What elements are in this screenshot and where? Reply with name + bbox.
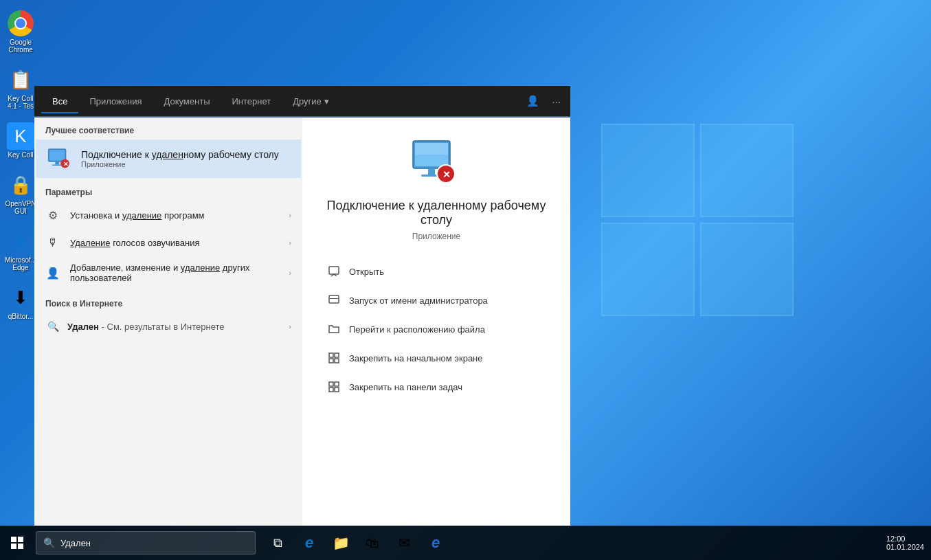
qb-label: qBittor... <box>8 313 34 320</box>
taskbar-apps: ⧉ e 📁 🛍 ✉ e <box>262 526 451 560</box>
best-match-item[interactable]: ✕ Подключение к удаленному рабочему стол… <box>36 139 301 178</box>
keycoll1-label: Key Coll4.1 - Tes <box>8 95 34 110</box>
taskbar: 🔍 ⧉ e 📁 🛍 ✉ e 12:0001.01.2024 <box>0 526 931 560</box>
svg-rect-15 <box>329 295 339 303</box>
right-panel-subtitle: Приложение <box>412 232 460 241</box>
rdp-icon-small: ✕ <box>47 146 71 171</box>
arrow-icon-internet: › <box>289 322 291 331</box>
pin-taskbar-label: Закрепить на панели задач <box>349 382 462 392</box>
mail-taskbar[interactable]: ✉ <box>389 526 419 560</box>
result-voice[interactable]: 🎙 Удаление голосов озвучивания › <box>34 229 302 256</box>
internet-section: Поиск в Интернете 🔍 Удален - См. результ… <box>34 289 302 340</box>
result-users[interactable]: 👤 Добавление, изменение и удаление други… <box>34 256 302 289</box>
svg-rect-26 <box>18 537 23 542</box>
tab-apps[interactable]: Приложения <box>78 91 153 112</box>
svg-rect-9 <box>428 168 435 175</box>
settings-icon-2: 🎙 <box>45 235 60 250</box>
internet-item[interactable]: 🔍 Удален - См. результаты в Интернете › <box>34 313 302 340</box>
svg-rect-17 <box>329 353 333 357</box>
taskview-button[interactable]: ⧉ <box>262 526 293 560</box>
svg-rect-24 <box>335 388 339 392</box>
chrome-icon <box>8 10 34 36</box>
svg-rect-21 <box>329 382 333 386</box>
tab-bar-icons: 👤 ··· <box>524 92 563 110</box>
store-taskbar[interactable]: 🛍 <box>357 526 388 560</box>
svg-rect-16 <box>329 298 339 299</box>
search-icon-internet: 🔍 <box>45 319 60 334</box>
pin-taskbar-icon <box>327 380 341 394</box>
open-label: Открыть <box>349 267 384 277</box>
svg-rect-27 <box>11 544 16 549</box>
open-icon <box>327 265 341 278</box>
result-users-text: Добавление, изменение и удаление других … <box>70 262 279 283</box>
settings-icon-3: 👤 <box>45 265 60 280</box>
tab-other[interactable]: Другие ▾ <box>282 91 340 112</box>
search-icon-taskbar: 🔍 <box>43 537 55 548</box>
desktop-icon-chrome[interactable]: Google Chrome <box>0 7 47 56</box>
chrome-label: Google Chrome <box>0 38 44 54</box>
arrow-icon-3: › <box>289 269 291 277</box>
keycoll2-label: Key Coll <box>8 151 33 159</box>
svg-rect-22 <box>335 382 339 386</box>
taskbar-time: 12:0001.01.2024 <box>886 535 924 551</box>
svg-rect-20 <box>335 359 339 363</box>
rdp-icon-large: ✕ <box>412 138 461 188</box>
more-icon[interactable]: ··· <box>549 93 563 110</box>
svg-rect-28 <box>18 544 23 549</box>
file-location-label: Перейти к расположению файла <box>349 324 485 335</box>
action-pin-start[interactable]: Закрепить на начальном экране <box>316 344 557 372</box>
tab-other-label: Другие <box>293 96 322 107</box>
svg-rect-1 <box>49 150 65 161</box>
svg-rect-3 <box>52 165 62 166</box>
best-match-title: Подключение к удаленному рабочему столу <box>81 149 279 160</box>
taskbar-search-box[interactable]: 🔍 <box>36 531 256 555</box>
arrow-icon-1: › <box>289 211 291 219</box>
pin-start-icon <box>327 351 341 365</box>
person-icon[interactable]: 👤 <box>524 92 542 110</box>
action-run-admin[interactable]: Запуск от имени администратора <box>316 287 557 314</box>
desktop: Google Chrome 📋 Key Coll4.1 - Tes K Key … <box>0 0 931 560</box>
pin-start-label: Закрепить на начальном экране <box>349 353 483 363</box>
settings-section: Параметры ⚙ Установка и удаление програм… <box>34 178 302 289</box>
arrow-icon-2: › <box>289 238 291 247</box>
tab-all[interactable]: Все <box>41 91 78 113</box>
tab-internet[interactable]: Интернет <box>221 91 282 112</box>
svg-rect-8 <box>415 143 448 155</box>
tab-bar: Все Приложения Документы Интернет Другие… <box>34 86 570 117</box>
result-uninstall[interactable]: ⚙ Установка и удаление программ › <box>34 201 302 229</box>
svg-rect-23 <box>329 388 333 392</box>
internet-header: Поиск в Интернете <box>34 289 302 313</box>
search-input[interactable] <box>60 538 248 548</box>
tab-other-arrow: ▾ <box>324 96 329 107</box>
internet-subtitle-text: - См. результаты в Интернете <box>102 322 225 332</box>
left-panel: Лучшее соответствие <box>34 117 302 526</box>
result-voice-text: Удаление голосов озвучивания <box>70 238 279 248</box>
best-match-header: Лучшее соответствие <box>34 117 302 139</box>
ie-taskbar[interactable]: e <box>420 526 451 560</box>
action-file-location[interactable]: Перейти к расположению файла <box>316 315 557 343</box>
start-menu: Все Приложения Документы Интернет Другие… <box>34 86 570 526</box>
internet-text: Удален - См. результаты в Интернете <box>67 322 282 332</box>
svg-rect-18 <box>335 353 339 357</box>
action-pin-taskbar[interactable]: Закрепить на панели задач <box>316 373 557 401</box>
svg-text:✕: ✕ <box>63 161 69 168</box>
right-panel-title: Подключение к удаленному рабочему столу <box>316 199 557 227</box>
taskbar-right: 12:0001.01.2024 <box>886 535 931 551</box>
explorer-taskbar[interactable]: 📁 <box>326 526 356 560</box>
search-results: Лучшее соответствие <box>34 117 570 526</box>
result-uninstall-text: Установка и удаление программ <box>70 210 279 221</box>
edge-taskbar[interactable]: e <box>294 526 324 560</box>
windows-logo-desktop <box>601 124 794 316</box>
action-open[interactable]: Открыть <box>316 258 557 285</box>
settings-header: Параметры <box>34 178 302 201</box>
action-list: Открыть Запуск от имени администратора П… <box>316 258 557 401</box>
svg-rect-14 <box>329 267 339 274</box>
settings-icon-1: ⚙ <box>45 208 60 223</box>
edge-label: Microsof...Edge <box>5 256 36 271</box>
start-button[interactable] <box>0 526 34 560</box>
svg-rect-25 <box>11 537 16 542</box>
tab-docs[interactable]: Документы <box>153 91 221 112</box>
svg-rect-2 <box>55 161 59 164</box>
openvpn-label: OpenVPNGUI <box>5 200 36 215</box>
windows-icon <box>11 537 23 549</box>
